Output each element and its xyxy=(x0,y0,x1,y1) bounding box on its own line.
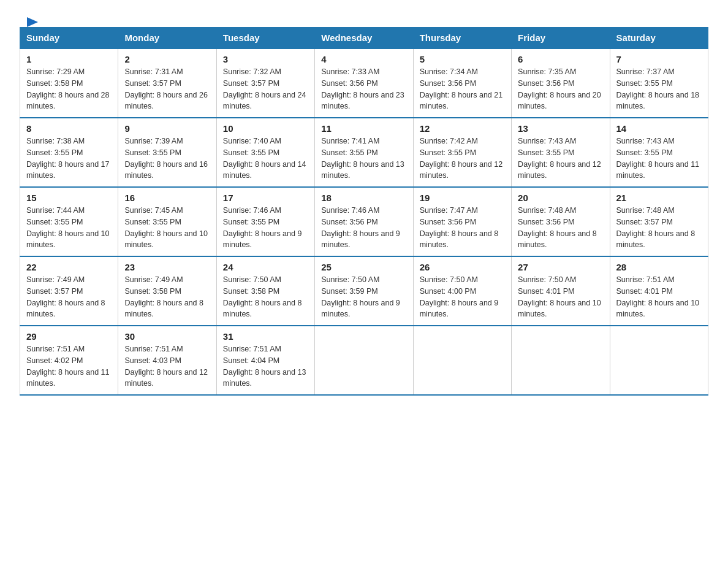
calendar-day-cell: 11 Sunrise: 7:41 AMSunset: 3:55 PMDaylig… xyxy=(315,118,413,187)
day-number: 14 xyxy=(616,123,702,134)
calendar-day-cell: 2 Sunrise: 7:31 AMSunset: 3:57 PMDayligh… xyxy=(118,48,216,118)
day-number: 27 xyxy=(518,262,603,272)
calendar-day-cell: 18 Sunrise: 7:46 AMSunset: 3:56 PMDaylig… xyxy=(315,187,413,256)
day-number: 20 xyxy=(518,193,603,203)
day-number: 9 xyxy=(124,123,210,134)
day-number: 12 xyxy=(420,123,505,134)
day-info: Sunrise: 7:34 AMSunset: 3:56 PMDaylight:… xyxy=(420,67,503,110)
logo-triangle-icon xyxy=(27,17,38,27)
day-info: Sunrise: 7:45 AMSunset: 3:55 PMDaylight:… xyxy=(124,206,208,249)
day-number: 1 xyxy=(26,54,112,64)
calendar-day-cell: 10 Sunrise: 7:40 AMSunset: 3:55 PMDaylig… xyxy=(216,118,314,187)
calendar-day-header: Thursday xyxy=(413,28,511,49)
day-info: Sunrise: 7:48 AMSunset: 3:57 PMDaylight:… xyxy=(616,206,696,249)
calendar-day-cell: 5 Sunrise: 7:34 AMSunset: 3:56 PMDayligh… xyxy=(413,48,511,118)
calendar-day-cell xyxy=(315,326,413,395)
page-header xyxy=(20,15,708,17)
calendar-day-cell: 24 Sunrise: 7:50 AMSunset: 3:58 PMDaylig… xyxy=(216,256,314,326)
day-info: Sunrise: 7:44 AMSunset: 3:55 PMDaylight:… xyxy=(26,206,110,249)
calendar-week-row: 22 Sunrise: 7:49 AMSunset: 3:57 PMDaylig… xyxy=(20,256,708,326)
calendar-day-cell: 30 Sunrise: 7:51 AMSunset: 4:03 PMDaylig… xyxy=(118,326,216,395)
day-info: Sunrise: 7:43 AMSunset: 3:55 PMDaylight:… xyxy=(616,137,700,180)
day-info: Sunrise: 7:47 AMSunset: 3:56 PMDaylight:… xyxy=(420,206,499,249)
day-number: 7 xyxy=(616,54,702,64)
calendar-day-header: Monday xyxy=(118,28,216,49)
calendar-day-cell: 6 Sunrise: 7:35 AMSunset: 3:56 PMDayligh… xyxy=(512,48,610,118)
calendar-day-header: Wednesday xyxy=(315,28,413,49)
day-info: Sunrise: 7:41 AMSunset: 3:55 PMDaylight:… xyxy=(321,137,404,180)
calendar-day-cell: 23 Sunrise: 7:49 AMSunset: 3:58 PMDaylig… xyxy=(118,256,216,326)
calendar-day-cell: 13 Sunrise: 7:43 AMSunset: 3:55 PMDaylig… xyxy=(512,118,610,187)
day-info: Sunrise: 7:51 AMSunset: 4:04 PMDaylight:… xyxy=(223,345,306,388)
calendar-day-cell: 26 Sunrise: 7:50 AMSunset: 4:00 PMDaylig… xyxy=(413,256,511,326)
calendar-header-row: SundayMondayTuesdayWednesdayThursdayFrid… xyxy=(20,28,708,49)
day-info: Sunrise: 7:50 AMSunset: 4:01 PMDaylight:… xyxy=(518,275,601,318)
day-number: 16 xyxy=(124,193,210,203)
day-info: Sunrise: 7:42 AMSunset: 3:55 PMDaylight:… xyxy=(420,137,503,180)
day-info: Sunrise: 7:49 AMSunset: 3:58 PMDaylight:… xyxy=(124,275,203,318)
day-info: Sunrise: 7:46 AMSunset: 3:55 PMDaylight:… xyxy=(223,206,302,249)
calendar-day-cell: 8 Sunrise: 7:38 AMSunset: 3:55 PMDayligh… xyxy=(20,118,118,187)
day-info: Sunrise: 7:51 AMSunset: 4:03 PMDaylight:… xyxy=(124,345,208,388)
calendar-day-cell: 25 Sunrise: 7:50 AMSunset: 3:59 PMDaylig… xyxy=(315,256,413,326)
calendar-day-cell: 31 Sunrise: 7:51 AMSunset: 4:04 PMDaylig… xyxy=(216,326,314,395)
calendar-day-cell: 3 Sunrise: 7:32 AMSunset: 3:57 PMDayligh… xyxy=(216,48,314,118)
day-info: Sunrise: 7:37 AMSunset: 3:55 PMDaylight:… xyxy=(616,67,700,110)
calendar-day-cell: 4 Sunrise: 7:33 AMSunset: 3:56 PMDayligh… xyxy=(315,48,413,118)
day-info: Sunrise: 7:31 AMSunset: 3:57 PMDaylight:… xyxy=(124,67,208,110)
day-number: 3 xyxy=(223,54,308,64)
day-number: 18 xyxy=(321,193,406,203)
calendar-day-cell: 7 Sunrise: 7:37 AMSunset: 3:55 PMDayligh… xyxy=(610,48,708,118)
calendar-day-cell: 1 Sunrise: 7:29 AMSunset: 3:58 PMDayligh… xyxy=(20,48,118,118)
calendar-day-cell xyxy=(610,326,708,395)
day-number: 5 xyxy=(420,54,505,64)
calendar-day-header: Saturday xyxy=(610,28,708,49)
calendar-day-header: Sunday xyxy=(20,28,118,49)
day-number: 30 xyxy=(124,331,210,342)
calendar-day-cell xyxy=(413,326,511,395)
calendar-day-cell: 29 Sunrise: 7:51 AMSunset: 4:02 PMDaylig… xyxy=(20,326,118,395)
day-number: 29 xyxy=(26,331,112,342)
calendar-day-cell: 12 Sunrise: 7:42 AMSunset: 3:55 PMDaylig… xyxy=(413,118,511,187)
day-info: Sunrise: 7:49 AMSunset: 3:57 PMDaylight:… xyxy=(26,275,105,318)
svg-marker-0 xyxy=(27,17,38,27)
calendar-week-row: 15 Sunrise: 7:44 AMSunset: 3:55 PMDaylig… xyxy=(20,187,708,256)
day-info: Sunrise: 7:46 AMSunset: 3:56 PMDaylight:… xyxy=(321,206,400,249)
day-number: 4 xyxy=(321,54,406,64)
day-info: Sunrise: 7:33 AMSunset: 3:56 PMDaylight:… xyxy=(321,67,404,110)
calendar-day-cell: 17 Sunrise: 7:46 AMSunset: 3:55 PMDaylig… xyxy=(216,187,314,256)
day-number: 23 xyxy=(124,262,210,272)
calendar-day-cell xyxy=(512,326,610,395)
day-number: 31 xyxy=(223,331,308,342)
day-number: 17 xyxy=(223,193,308,203)
day-info: Sunrise: 7:48 AMSunset: 3:56 PMDaylight:… xyxy=(518,206,597,249)
day-info: Sunrise: 7:50 AMSunset: 3:59 PMDaylight:… xyxy=(321,275,400,318)
calendar-day-cell: 22 Sunrise: 7:49 AMSunset: 3:57 PMDaylig… xyxy=(20,256,118,326)
calendar-day-cell: 9 Sunrise: 7:39 AMSunset: 3:55 PMDayligh… xyxy=(118,118,216,187)
day-info: Sunrise: 7:40 AMSunset: 3:55 PMDaylight:… xyxy=(223,137,306,180)
calendar-day-cell: 15 Sunrise: 7:44 AMSunset: 3:55 PMDaylig… xyxy=(20,187,118,256)
calendar-day-cell: 14 Sunrise: 7:43 AMSunset: 3:55 PMDaylig… xyxy=(610,118,708,187)
day-number: 25 xyxy=(321,262,406,272)
calendar-day-cell: 21 Sunrise: 7:48 AMSunset: 3:57 PMDaylig… xyxy=(610,187,708,256)
day-info: Sunrise: 7:29 AMSunset: 3:58 PMDaylight:… xyxy=(26,67,110,110)
day-number: 19 xyxy=(420,193,505,203)
calendar-day-cell: 16 Sunrise: 7:45 AMSunset: 3:55 PMDaylig… xyxy=(118,187,216,256)
day-number: 15 xyxy=(26,193,112,203)
day-number: 2 xyxy=(124,54,210,64)
day-info: Sunrise: 7:51 AMSunset: 4:01 PMDaylight:… xyxy=(616,275,700,318)
day-info: Sunrise: 7:43 AMSunset: 3:55 PMDaylight:… xyxy=(518,137,601,180)
day-number: 8 xyxy=(26,123,112,134)
calendar-day-header: Friday xyxy=(512,28,610,49)
day-info: Sunrise: 7:38 AMSunset: 3:55 PMDaylight:… xyxy=(26,137,110,180)
calendar-day-header: Tuesday xyxy=(216,28,314,49)
day-info: Sunrise: 7:39 AMSunset: 3:55 PMDaylight:… xyxy=(124,137,208,180)
day-info: Sunrise: 7:50 AMSunset: 4:00 PMDaylight:… xyxy=(420,275,499,318)
day-number: 11 xyxy=(321,123,406,134)
day-info: Sunrise: 7:35 AMSunset: 3:56 PMDaylight:… xyxy=(518,67,601,110)
calendar-day-cell: 27 Sunrise: 7:50 AMSunset: 4:01 PMDaylig… xyxy=(512,256,610,326)
day-number: 28 xyxy=(616,262,702,272)
calendar-day-cell: 28 Sunrise: 7:51 AMSunset: 4:01 PMDaylig… xyxy=(610,256,708,326)
day-number: 21 xyxy=(616,193,702,203)
day-number: 6 xyxy=(518,54,603,64)
